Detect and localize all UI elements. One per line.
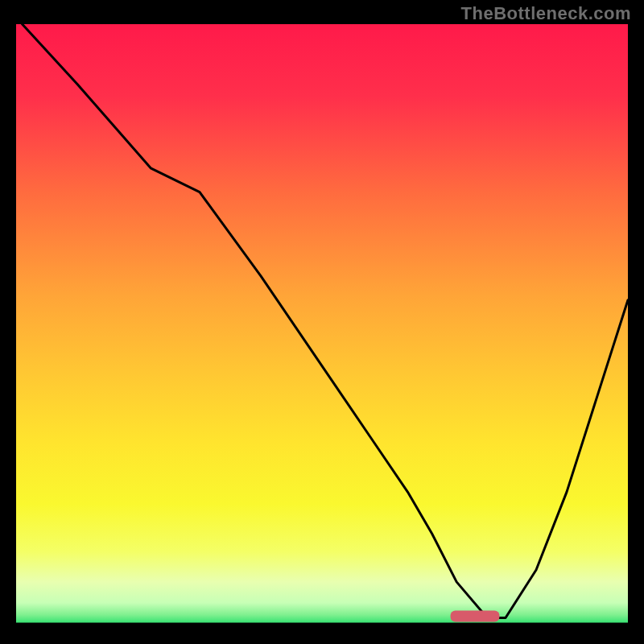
chart-svg [16,24,628,624]
plot-area [16,24,628,624]
optimal-marker [451,611,500,622]
watermark-text: TheBottleneck.com [461,3,631,24]
chart-container: TheBottleneck.com [0,0,644,644]
gradient-background [16,24,628,624]
